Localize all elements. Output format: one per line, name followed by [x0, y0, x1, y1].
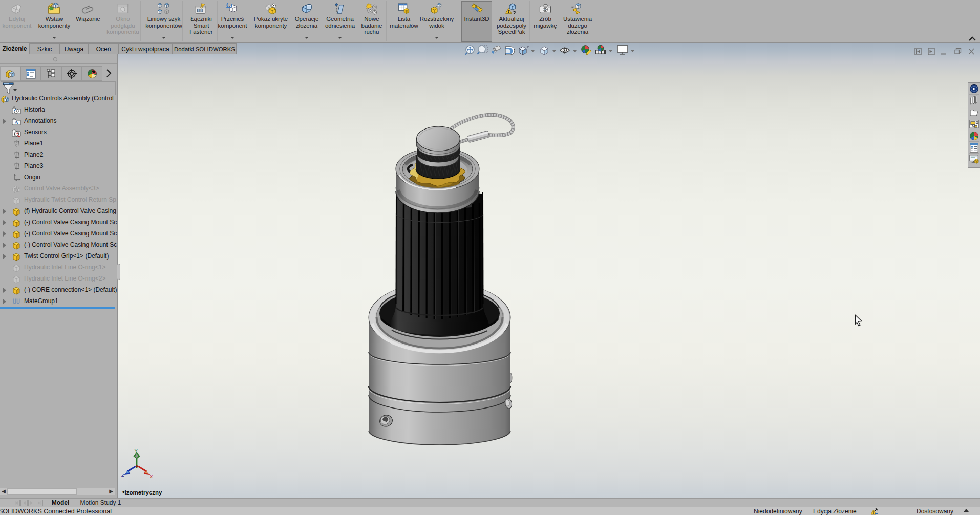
- svg-text:Y: Y: [135, 448, 138, 454]
- svg-text:X: X: [150, 474, 153, 479]
- svg-text:Z: Z: [121, 472, 124, 478]
- svg-text:A: A: [14, 120, 18, 125]
